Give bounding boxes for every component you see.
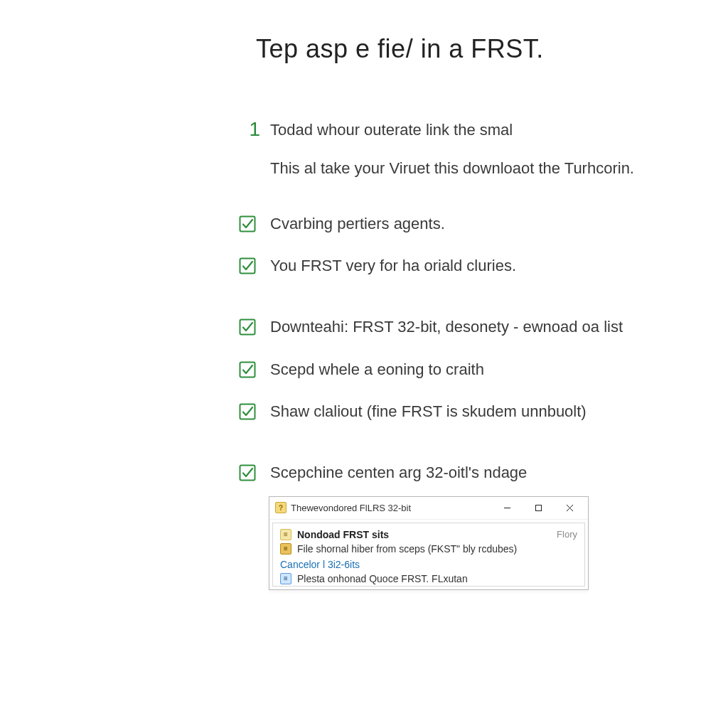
file-icon: ≡ <box>280 573 291 584</box>
svg-rect-4 <box>240 405 255 419</box>
step-description: This al take your Viruet this downloaot … <box>270 158 640 179</box>
step-number: 1 <box>239 119 260 139</box>
popup-title: Thewevondored FlLRS 32-bit <box>291 503 491 513</box>
checklist-item: Scepchine centen arg 32-oitl's ndage <box>270 462 640 483</box>
checklist-item: Scepd whele a eoning to craith <box>270 359 640 380</box>
page-title: Tep asp e fie/ in a FRST. <box>256 34 671 64</box>
checklist-item: Downteahi: FRST 32-bit, desonety - ewnoa… <box>270 316 640 338</box>
popup-row-text: Nondoad FRST sits <box>297 529 550 540</box>
download-popup: ? Thewevondored FlLRS 32-bit ≡Nondoad FR… <box>269 496 589 590</box>
checklist: Cvarbing pertiers agents.You FRST very f… <box>270 213 640 483</box>
checklist-text: Cvarbing pertiers agents. <box>270 213 445 235</box>
minimize-icon <box>503 504 511 512</box>
check-icon <box>239 403 256 420</box>
checklist-text: You FRST very for ha oriald cluries. <box>270 255 516 277</box>
file-icon: ≡ <box>280 543 291 555</box>
check-icon <box>239 464 256 481</box>
checklist-item: Cvarbing pertiers agents. <box>270 213 640 235</box>
popup-body: ≡Nondoad FRST sitsFlory≡File shornal hib… <box>272 523 585 587</box>
svg-rect-5 <box>240 466 255 481</box>
check-icon <box>239 215 256 232</box>
popup-row[interactable]: ≡Nondoad FRST sitsFlory <box>280 528 577 542</box>
popup-row[interactable]: ≡Plesta onhonad Quoce FRST. FLxutan <box>280 572 577 586</box>
popup-row[interactable]: ≡File shornal hiber from sceps (FKST" bl… <box>280 542 577 556</box>
svg-rect-2 <box>240 320 255 335</box>
popup-row-text: File shornal hiber from sceps (FKST" bly… <box>297 543 577 555</box>
svg-rect-0 <box>240 216 255 231</box>
check-icon <box>239 361 256 378</box>
app-icon: ? <box>275 502 287 513</box>
step-1: 1 Todad whour outerate link the smal Thi… <box>270 121 640 179</box>
checklist-text: Shaw claliout (fine FRST is skudem unnbu… <box>270 401 587 422</box>
svg-rect-7 <box>535 505 541 510</box>
file-icon: ≡ <box>280 529 291 540</box>
checklist-item: You FRST very for ha oriald cluries. <box>270 255 640 277</box>
svg-rect-1 <box>240 259 255 274</box>
checklist-item: Shaw claliout (fine FRST is skudem unnbu… <box>270 401 640 422</box>
maximize-icon <box>535 504 542 512</box>
maximize-button[interactable] <box>523 497 554 518</box>
popup-row-text: Plesta onhonad Quoce FRST. FLxutan <box>297 573 577 584</box>
checklist-text: Scepd whele a eoning to craith <box>270 359 484 380</box>
checklist-text: Scepchine centen arg 32-oitl's ndage <box>270 462 527 483</box>
minimize-button[interactable] <box>491 497 523 518</box>
close-button[interactable] <box>554 497 585 518</box>
checklist-text: Downteahi: FRST 32-bit, desonety - ewnoa… <box>270 316 623 338</box>
popup-titlebar[interactable]: ? Thewevondored FlLRS 32-bit <box>269 497 588 520</box>
check-icon <box>239 318 256 336</box>
popup-cancel-link[interactable]: Cancelor l 3i2-6its <box>280 556 577 572</box>
check-icon <box>239 257 256 274</box>
close-icon <box>566 504 574 512</box>
step-title: Todad whour outerate link the smal <box>270 121 640 139</box>
svg-rect-3 <box>240 362 255 377</box>
popup-row-side: Flory <box>557 529 577 540</box>
